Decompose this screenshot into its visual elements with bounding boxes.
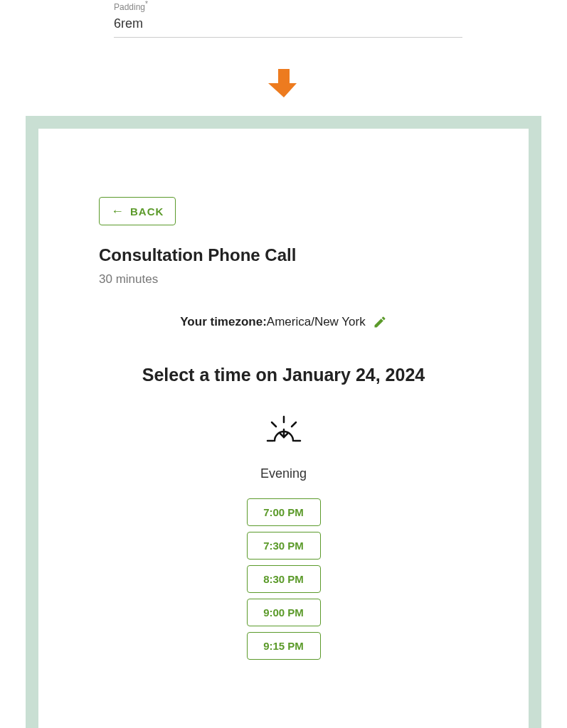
arrow-left-icon: ← <box>111 205 124 218</box>
time-slot-button[interactable]: 9:00 PM <box>247 599 321 626</box>
time-slot-button[interactable]: 7:30 PM <box>247 532 321 560</box>
back-button[interactable]: ← BACK <box>99 197 176 225</box>
time-slot-button[interactable]: 8:30 PM <box>247 565 321 593</box>
arrow-indicator <box>0 52 567 110</box>
required-asterisk: * <box>145 0 148 8</box>
time-slot-button[interactable]: 7:00 PM <box>247 498 321 526</box>
booking-duration: 30 minutes <box>99 272 468 287</box>
time-period-label: Evening <box>99 466 468 481</box>
padding-input[interactable]: 6rem <box>114 14 462 38</box>
padding-label-text: Padding <box>114 2 145 12</box>
padding-field-label: Padding* <box>114 0 567 12</box>
booking-title: Consultation Phone Call <box>99 245 468 265</box>
time-slot-button[interactable]: 9:15 PM <box>247 632 321 660</box>
arrow-down-icon <box>267 66 301 100</box>
edit-icon[interactable] <box>373 315 387 329</box>
time-slots-list: 7:00 PM 7:30 PM 8:30 PM 9:00 PM 9:15 PM <box>99 498 468 660</box>
back-button-label: BACK <box>130 205 164 218</box>
config-field: Padding* 6rem <box>114 0 567 52</box>
select-time-heading: Select a time on January 24, 2024 <box>99 365 468 385</box>
preview-frame: ← BACK Consultation Phone Call 30 minute… <box>26 116 541 728</box>
svg-line-3 <box>272 422 276 427</box>
period-icon-wrap <box>99 414 468 446</box>
timezone-value: America/New York <box>267 315 366 328</box>
sunset-icon <box>265 414 303 444</box>
timezone-label: Your timezone: <box>180 315 267 328</box>
svg-line-4 <box>292 422 296 427</box>
timezone-row: Your timezone:America/New York <box>99 315 468 329</box>
